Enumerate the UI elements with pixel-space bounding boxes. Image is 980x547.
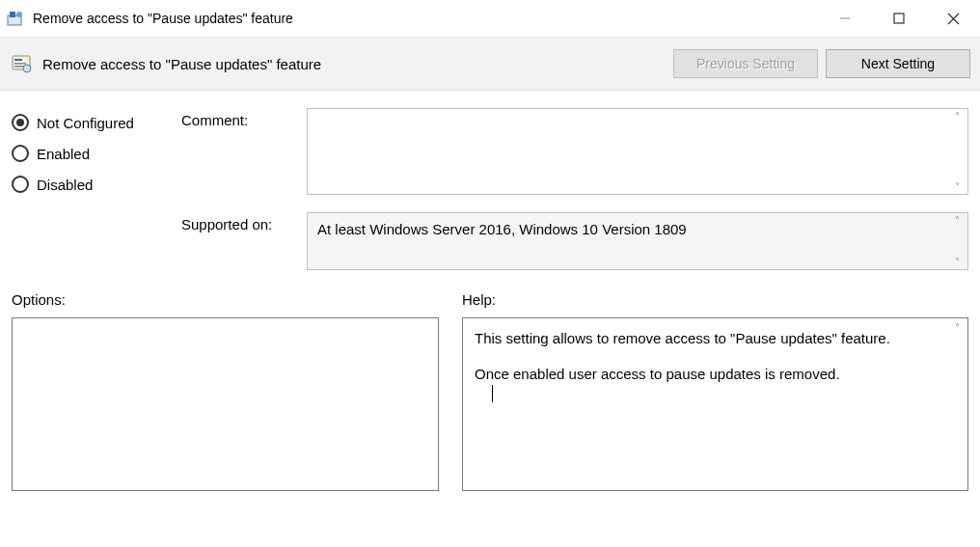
options-label: Options: (12, 291, 439, 308)
help-label: Help: (462, 291, 968, 308)
radio-icon (12, 114, 29, 131)
supported-on-value: At least Windows Server 2016, Windows 10… (317, 221, 687, 237)
svg-rect-4 (894, 14, 904, 23)
svg-point-11 (23, 65, 31, 72)
svg-rect-9 (14, 63, 26, 65)
help-text-line: This setting allows to remove access to … (475, 328, 956, 350)
scroll-down-icon: ˅ (955, 257, 960, 267)
radio-label: Disabled (37, 177, 93, 193)
scroll-up-icon: ˄ (955, 215, 960, 226)
help-text-line: Once enabled user access to pause update… (475, 366, 840, 382)
radio-icon (12, 176, 29, 193)
scroll-up-icon: ˄ (955, 111, 960, 122)
maximize-button[interactable] (872, 0, 926, 37)
scrollbar[interactable]: ˄ ˅ (948, 215, 966, 267)
previous-setting-button: Previous Setting (673, 49, 818, 78)
svg-rect-1 (10, 12, 15, 17)
toolbar: Remove access to "Pause updates" feature… (0, 37, 980, 91)
app-icon (6, 9, 25, 28)
minimize-button[interactable] (818, 0, 872, 37)
window-title: Remove access to "Pause updates" feature (33, 11, 293, 26)
comment-label: Comment: (181, 108, 307, 195)
radio-icon (12, 145, 29, 162)
radio-not-configured[interactable]: Not Configured (12, 114, 181, 131)
title-bar: Remove access to "Pause updates" feature (0, 0, 980, 37)
radio-disabled[interactable]: Disabled (12, 176, 181, 193)
policy-icon (10, 52, 33, 75)
text-cursor (492, 385, 493, 402)
policy-title: Remove access to "Pause updates" feature (42, 56, 321, 72)
supported-on-label: Supported on: (181, 212, 307, 270)
next-setting-button[interactable]: Next Setting (826, 49, 970, 78)
supported-on-box: At least Windows Server 2016, Windows 10… (307, 212, 968, 270)
comment-textarea[interactable]: ˄ ˅ (307, 108, 968, 195)
scroll-down-icon: ˅ (955, 181, 960, 192)
svg-rect-8 (14, 59, 22, 61)
scrollbar[interactable]: ˄ ˅ (948, 111, 966, 192)
close-button[interactable] (926, 0, 980, 37)
state-radio-group: Not Configured Enabled Disabled (12, 108, 181, 280)
svg-point-2 (16, 12, 22, 17)
help-panel: This setting allows to remove access to … (462, 317, 968, 491)
scroll-up-icon[interactable]: ˄ (948, 320, 966, 335)
radio-enabled[interactable]: Enabled (12, 145, 181, 162)
radio-label: Enabled (37, 146, 90, 162)
options-panel (12, 317, 439, 491)
window-controls (818, 0, 980, 37)
radio-label: Not Configured (37, 115, 134, 131)
